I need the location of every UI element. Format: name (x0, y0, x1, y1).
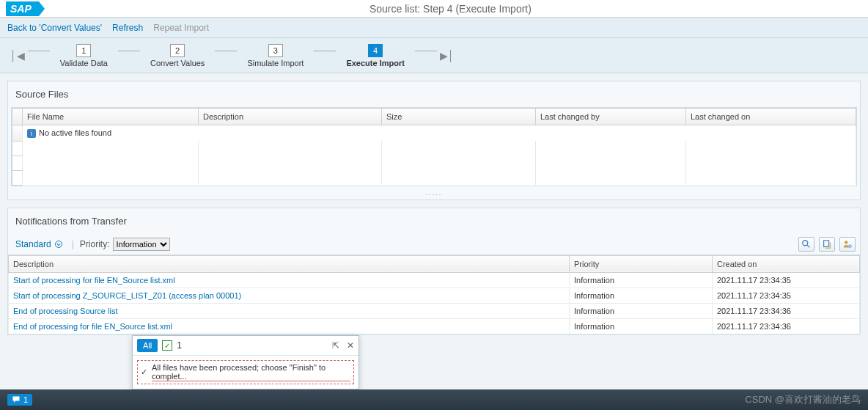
wizard-next-icon[interactable]: ▶│ (437, 50, 457, 62)
priority-cell: Information (570, 288, 713, 303)
wizard-step-2[interactable]: 2 Convert Values (150, 44, 205, 67)
wizard-step-3[interactable]: 3 Simulate Import (247, 44, 304, 67)
table-row[interactable]: End of processing for file EN_Source lis… (9, 318, 860, 334)
source-files-panel: Source Files File Name Description Size … (7, 81, 861, 200)
select-all-column[interactable] (12, 109, 23, 125)
priority-label: Priority: (80, 239, 110, 249)
table-row: iNo active files found (12, 125, 856, 142)
wizard-step-4[interactable]: 4 Execute Import (346, 44, 404, 67)
export-button[interactable] (819, 237, 835, 252)
popup-message-text: All files have been processed; choose "F… (152, 363, 350, 381)
created-cell: 2021.11.17 23:34:36 (713, 318, 860, 334)
created-cell: 2021.11.17 23:34:36 (713, 303, 860, 318)
popup-all-tab[interactable]: All (137, 339, 158, 352)
app-header: SAP Source list: Step 4 (Execute Import) (0, 0, 868, 18)
table-row[interactable]: Start of processing for file EN_Source l… (9, 272, 860, 288)
success-check-icon: ✓ (162, 340, 172, 351)
svg-point-1 (803, 240, 808, 245)
notification-link[interactable]: Start of processing for file EN_Source l… (13, 276, 175, 285)
notifications-title: Notifications from Transfer (8, 208, 860, 234)
magnifier-icon (801, 239, 812, 249)
wizard-step-label: Simulate Import (247, 59, 304, 67)
svg-point-4 (845, 241, 847, 244)
popup-close-icon[interactable]: ✕ (347, 340, 354, 351)
status-bar: 1 CSDN @喜欢打酱油的老鸟 (0, 389, 868, 410)
table-row (12, 155, 856, 170)
notifications-grid: Description Priority Created on Start of… (8, 255, 860, 334)
svg-point-5 (849, 244, 852, 247)
table-row (12, 170, 856, 185)
priority-select[interactable]: Information (113, 238, 170, 251)
col-description[interactable]: Description (199, 109, 382, 125)
col-last-changed-by[interactable]: Last changed by (536, 109, 686, 125)
notifications-toolbar: Standard | Priority: Information (8, 234, 860, 255)
sap-logo: SAP (6, 1, 39, 16)
badge-count: 1 (23, 395, 28, 404)
table-row (12, 141, 856, 155)
standard-view-button[interactable]: Standard (12, 238, 66, 251)
empty-message: No active files found (39, 128, 111, 137)
link-toolbar: Back to 'Convert Values' Refresh Repeat … (0, 18, 868, 38)
popup-message-row[interactable]: ✓ All files have been processed; choose … (137, 360, 354, 384)
col-last-changed-on[interactable]: Last changed on (686, 109, 856, 125)
refresh-link[interactable]: Refresh (112, 23, 143, 33)
notification-link[interactable]: End of processing for file EN_Source lis… (13, 322, 172, 331)
notification-link[interactable]: Start of processing Z_SOURCE_LIST_Z01 (a… (13, 291, 241, 300)
wizard-step-num: 4 (368, 44, 383, 57)
chevron-down-icon (54, 240, 63, 249)
notifications-panel: Notifications from Transfer Standard | P… (7, 208, 861, 335)
page-title: Source list: Step 4 (Execute Import) (39, 3, 862, 15)
message-badge[interactable]: 1 (7, 394, 32, 406)
notification-link[interactable]: End of processing Source list (13, 307, 117, 315)
col-size[interactable]: Size (382, 109, 536, 125)
svg-point-0 (55, 241, 62, 247)
wizard-step-label: Validate Data (60, 59, 108, 67)
print-preview-button[interactable] (798, 237, 814, 252)
created-cell: 2021.11.17 23:34:35 (713, 288, 860, 303)
back-link[interactable]: Back to 'Convert Values' (7, 23, 102, 33)
person-settings-icon (842, 239, 853, 249)
wizard-step-num: 3 (268, 44, 283, 57)
info-icon: i (27, 129, 36, 138)
wizard-step-num: 2 (170, 44, 185, 57)
export-icon (822, 239, 832, 249)
message-popup: All ✓ 1 ⇱ ✕ ✓ All files have been proces… (132, 335, 359, 389)
wizard-step-label: Execute Import (346, 59, 404, 67)
source-files-title: Source Files (8, 81, 860, 107)
success-check-icon: ✓ (141, 367, 147, 377)
wizard-step-1[interactable]: 1 Validate Data (60, 44, 108, 67)
priority-cell: Information (570, 318, 713, 334)
repeat-import-link: Repeat Import (153, 23, 209, 33)
col-priority[interactable]: Priority (570, 255, 713, 272)
wizard-prev-icon[interactable]: │◀ (7, 50, 28, 62)
table-row[interactable]: Start of processing Z_SOURCE_LIST_Z01 (a… (9, 288, 860, 303)
source-files-grid: File Name Description Size Last changed … (11, 107, 857, 186)
popup-detach-icon[interactable]: ⇱ (332, 340, 339, 351)
col-file-name[interactable]: File Name (23, 109, 199, 125)
priority-cell: Information (570, 303, 713, 318)
standard-label: Standard (15, 239, 51, 249)
popup-count: 1 (177, 340, 182, 351)
wizard-step-num: 1 (76, 44, 91, 57)
watermark-text: CSDN @喜欢打酱油的老鸟 (745, 393, 861, 406)
popup-header: All ✓ 1 ⇱ ✕ (133, 336, 358, 356)
svg-line-2 (807, 244, 810, 247)
priority-cell: Information (570, 272, 713, 288)
col-description[interactable]: Description (9, 255, 570, 272)
created-cell: 2021.11.17 23:34:35 (713, 272, 860, 288)
svg-rect-3 (824, 240, 829, 246)
personalize-button[interactable] (839, 237, 856, 252)
col-created-on[interactable]: Created on (713, 255, 860, 272)
table-header-row: File Name Description Size Last changed … (12, 109, 856, 125)
wizard-step-label: Convert Values (150, 59, 205, 67)
resize-handle[interactable]: ····· (8, 189, 860, 199)
table-row[interactable]: End of processing Source listInformation… (9, 303, 860, 318)
table-header-row: Description Priority Created on (9, 255, 860, 272)
wizard-nav: │◀ 1 Validate Data 2 Convert Values 3 Si… (0, 38, 868, 73)
speech-bubble-icon (12, 395, 21, 404)
